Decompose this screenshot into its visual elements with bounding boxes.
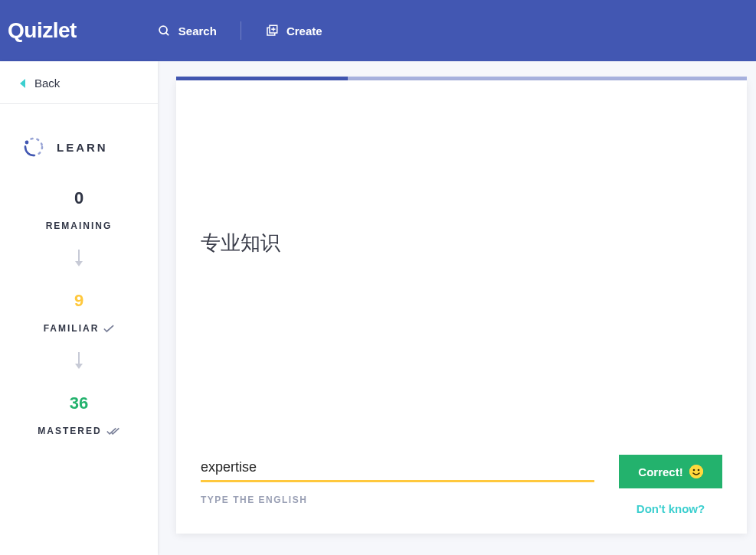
flashcard: 专业知识 TYPE THE ENGLISH Correct! Don xyxy=(176,80,747,534)
remaining-label: REMAINING xyxy=(0,220,158,231)
logo[interactable]: Quizlet xyxy=(8,18,77,43)
prompt-text: 专业知识 xyxy=(201,80,722,256)
learn-icon xyxy=(23,136,44,158)
main-area: 专业知识 TYPE THE ENGLISH Correct! Don xyxy=(158,61,756,555)
learn-title: LEARN xyxy=(57,141,108,154)
sidebar: Back LEARN 0 REMAINING 9 FAMILIAR 36 MAS… xyxy=(0,61,158,555)
correct-button[interactable]: Correct! xyxy=(619,455,722,488)
nav-divider xyxy=(241,21,241,40)
remaining-block: 0 REMAINING xyxy=(0,181,158,231)
double-check-icon xyxy=(106,427,120,436)
back-arrow-icon xyxy=(20,79,25,88)
search-icon xyxy=(158,24,171,38)
dont-know-link[interactable]: Don't know? xyxy=(637,502,705,515)
svg-line-1 xyxy=(165,32,169,35)
search-nav[interactable]: Search xyxy=(146,18,229,44)
svg-point-11 xyxy=(697,469,699,472)
arrow-down-icon xyxy=(78,352,80,366)
remaining-count: 0 xyxy=(0,188,158,208)
mastered-count: 36 xyxy=(0,393,158,413)
check-icon xyxy=(103,325,114,333)
arrow-down-icon xyxy=(78,250,80,263)
correct-label: Correct! xyxy=(638,465,682,478)
mastered-label: MASTERED xyxy=(0,426,158,436)
back-label: Back xyxy=(34,77,60,90)
familiar-block: 9 FAMILIAR xyxy=(0,283,158,334)
search-label: Search xyxy=(178,24,217,38)
create-icon xyxy=(265,24,279,38)
learn-header: LEARN xyxy=(0,104,158,181)
mastered-block: 36 MASTERED xyxy=(0,386,158,436)
create-label: Create xyxy=(286,24,322,38)
back-button[interactable]: Back xyxy=(0,61,158,104)
smiley-icon xyxy=(689,465,703,478)
familiar-count: 9 xyxy=(0,291,158,311)
familiar-label: FAMILIAR xyxy=(0,323,158,334)
input-hint: TYPE THE ENGLISH xyxy=(201,495,594,505)
svg-point-0 xyxy=(159,26,167,34)
top-nav: Quizlet Search Create xyxy=(0,0,756,61)
svg-point-10 xyxy=(692,469,695,472)
create-nav[interactable]: Create xyxy=(253,18,335,44)
svg-point-9 xyxy=(689,465,703,478)
answer-input[interactable] xyxy=(201,455,594,482)
svg-point-8 xyxy=(25,141,29,145)
